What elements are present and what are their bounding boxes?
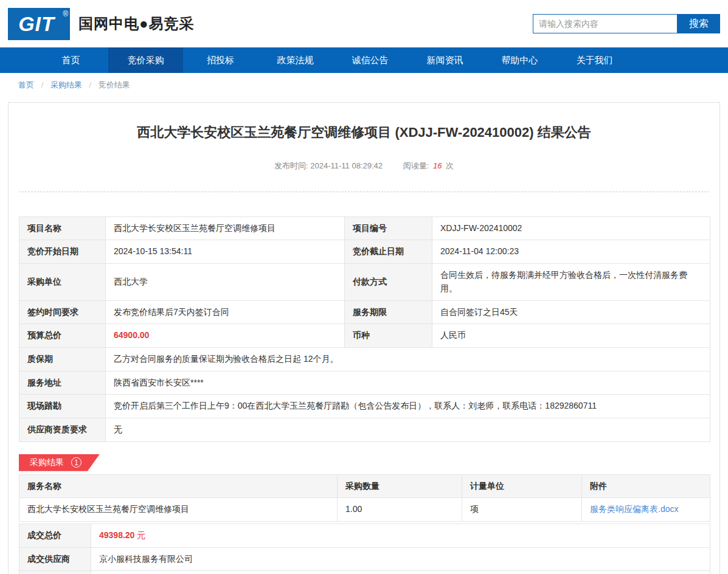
- qualification-value: 无: [106, 418, 710, 441]
- page-header: GIT ® 国网中电●易竞采 搜索: [0, 0, 728, 47]
- project-name-label: 项目名称: [19, 216, 106, 240]
- table-row: 质保期 乙方对合同服务的质量保证期为验收合格后之日起 12个月。: [19, 347, 710, 371]
- publish-time-label: 发布时间:: [274, 161, 308, 170]
- breadcrumb: 首页 / 采购结果 / 竞价结果: [0, 73, 728, 97]
- search-input[interactable]: [533, 14, 678, 33]
- article-meta: 发布时间: 2024-11-11 08:29:42 阅读量: 16 次: [19, 161, 709, 171]
- nav-item-news[interactable]: 新闻资讯: [407, 47, 482, 73]
- currency-value: 人民币: [432, 324, 710, 348]
- budget-value: 64900.00: [106, 324, 345, 348]
- main-nav: 首页 竞价采购 招投标 政策法规 诚信公告 新闻资讯 帮助中心 关于我们: [0, 47, 728, 73]
- deal-price-value: 49398.20: [99, 530, 134, 540]
- table-row: 签约时间要求 发布竞价结果后7天内签订合同 服务期限 自合同签订之日45天: [19, 300, 710, 324]
- breadcrumb-bidding-results: 竞价结果: [99, 80, 130, 89]
- nav-item-home[interactable]: 首页: [33, 47, 108, 73]
- page-title: 西北大学长安校区玉兰苑餐厅空调维修项目 (XDJJ-FW-202410002) …: [19, 123, 709, 142]
- views-count: 16: [433, 161, 442, 170]
- table-row: 供应商资质要求 无: [19, 418, 710, 441]
- service-name-cell: 西北大学长安校区玉兰苑餐厅空调维修项目: [19, 498, 338, 522]
- after-sales-value: 质保期：验收合格后12月。响应时效：即时响应（包括电话响应）；电话响应无法解决2…: [91, 571, 710, 574]
- nav-item-policies[interactable]: 政策法规: [258, 47, 333, 73]
- breadcrumb-separator: /: [89, 80, 92, 89]
- table-row: 预算总价 64900.00 币种 人民币: [19, 324, 710, 348]
- attachment-link[interactable]: 服务类响应偏离表.docx: [590, 504, 678, 514]
- budget-label: 预算总价: [19, 324, 106, 348]
- unit-cell: 项: [462, 498, 582, 522]
- nav-item-bidding-purchase[interactable]: 竞价采购: [108, 47, 183, 73]
- registered-mark-icon: ®: [63, 10, 68, 18]
- end-date-value: 2024-11-04 12:00:23: [432, 240, 710, 264]
- payment-value: 合同生效后，待服务期满并经甲方验收合格后，一次性付清服务费用。: [432, 264, 710, 300]
- purchaser-label: 采购单位: [19, 264, 106, 300]
- purchase-result-table: 服务名称 采购数量 计量单位 附件 西北大学长安校区玉兰苑餐厅空调维修项目 1.…: [19, 474, 710, 522]
- start-date-value: 2024-10-15 13:54:11: [106, 240, 345, 264]
- sign-time-label: 签约时间要求: [19, 300, 106, 324]
- table-row: 成交总价 49398.20 元: [19, 524, 710, 548]
- nav-item-about-us[interactable]: 关于我们: [557, 47, 632, 73]
- quantity-cell: 1.00: [338, 498, 462, 522]
- views-unit: 次: [446, 161, 454, 170]
- address-label: 服务地址: [19, 371, 106, 395]
- site-visit-value: 竞价开启后第三个工作日上午9：00在西北大学玉兰苑餐厅踏勘（包含公告发布日），联…: [106, 395, 710, 418]
- warranty-value: 乙方对合同服务的质量保证期为验收合格后之日起 12个月。: [106, 347, 710, 371]
- table-row: 服务地址 陕西省西安市长安区****: [19, 371, 710, 395]
- table-row: 西北大学长安校区玉兰苑餐厅空调维修项目 1.00 项 服务类响应偏离表.docx: [19, 498, 710, 522]
- currency-label: 币种: [345, 324, 432, 348]
- table-row: 项目名称 西北大学长安校区玉兰苑餐厅空调维修项目 项目编号 XDJJ-FW-20…: [19, 216, 710, 240]
- purchase-result-badge: 采购结果 1: [19, 454, 100, 471]
- payment-label: 付款方式: [345, 264, 432, 300]
- address-value: 陕西省西安市长安区****: [106, 371, 710, 395]
- divider: [19, 192, 709, 192]
- service-name-header: 服务名称: [19, 474, 338, 498]
- nav-item-help-center[interactable]: 帮助中心: [482, 47, 557, 73]
- project-no-label: 项目编号: [345, 216, 432, 240]
- deal-summary-table: 成交总价 49398.20 元 成交供应商 京小服科技服务有限公司 质保及售后服…: [19, 524, 710, 574]
- deal-price-label: 成交总价: [19, 524, 91, 548]
- nav-item-integrity-notice[interactable]: 诚信公告: [333, 47, 407, 73]
- table-row: 成交供应商 京小服科技服务有限公司: [19, 547, 710, 571]
- supplier-value: 京小服科技服务有限公司: [91, 547, 710, 571]
- search-button[interactable]: 搜索: [678, 14, 720, 33]
- quantity-header: 采购数量: [338, 474, 462, 498]
- supplier-label: 成交供应商: [19, 547, 91, 571]
- badge-count-circle-icon: 1: [71, 457, 81, 468]
- unit-header: 计量单位: [462, 474, 582, 498]
- deal-price-unit: 元: [137, 530, 145, 540]
- nav-item-tender[interactable]: 招投标: [183, 47, 258, 73]
- purchaser-value: 西北大学: [106, 264, 345, 300]
- breadcrumb-home[interactable]: 首页: [18, 80, 34, 89]
- end-date-label: 竞价截止日期: [345, 240, 432, 264]
- table-row: 现场踏勘 竞价开启后第三个工作日上午9：00在西北大学玉兰苑餐厅踏勘（包含公告发…: [19, 395, 710, 418]
- start-date-label: 竞价开始日期: [19, 240, 106, 264]
- breadcrumb-separator: /: [41, 80, 44, 89]
- logo-text: GIT: [18, 13, 60, 34]
- publish-time-value: 2024-11-11 08:29:42: [310, 161, 383, 170]
- qualification-label: 供应商资质要求: [19, 418, 106, 441]
- table-row: 质保及售后服务 质保期：验收合格后12月。响应时效：即时响应（包括电话响应）；电…: [19, 571, 710, 574]
- warranty-label: 质保期: [19, 347, 106, 371]
- search-bar: 搜索: [533, 14, 720, 33]
- project-no-value: XDJJ-FW-202410002: [432, 216, 710, 240]
- announcement-card: 西北大学长安校区玉兰苑餐厅空调维修项目 (XDJJ-FW-202410002) …: [8, 102, 720, 574]
- attachment-header: 附件: [582, 474, 710, 498]
- project-details-table: 项目名称 西北大学长安校区玉兰苑餐厅空调维修项目 项目编号 XDJJ-FW-20…: [19, 216, 710, 442]
- attachment-cell: 服务类响应偏离表.docx: [582, 498, 710, 522]
- sign-time-value: 发布竞价结果后7天内签订合同: [106, 300, 345, 324]
- breadcrumb-purchase-results[interactable]: 采购结果: [50, 80, 82, 89]
- deal-price-cell: 49398.20 元: [91, 524, 710, 548]
- table-header-row: 服务名称 采购数量 计量单位 附件: [19, 474, 710, 498]
- views-label: 阅读量:: [403, 161, 429, 170]
- site-logo[interactable]: GIT ®: [8, 8, 70, 40]
- project-name-value: 西北大学长安校区玉兰苑餐厅空调维修项目: [106, 216, 345, 240]
- after-sales-label: 质保及售后服务: [19, 571, 91, 574]
- table-row: 采购单位 西北大学 付款方式 合同生效后，待服务期满并经甲方验收合格后，一次性付…: [19, 264, 710, 300]
- service-period-value: 自合同签订之日45天: [432, 300, 710, 324]
- site-name: 国网中电●易竞采: [78, 14, 195, 33]
- service-period-label: 服务期限: [345, 300, 432, 324]
- site-visit-label: 现场踏勘: [19, 395, 106, 418]
- purchase-result-badge-label: 采购结果: [30, 457, 64, 468]
- table-row: 竞价开始日期 2024-10-15 13:54:11 竞价截止日期 2024-1…: [19, 240, 710, 264]
